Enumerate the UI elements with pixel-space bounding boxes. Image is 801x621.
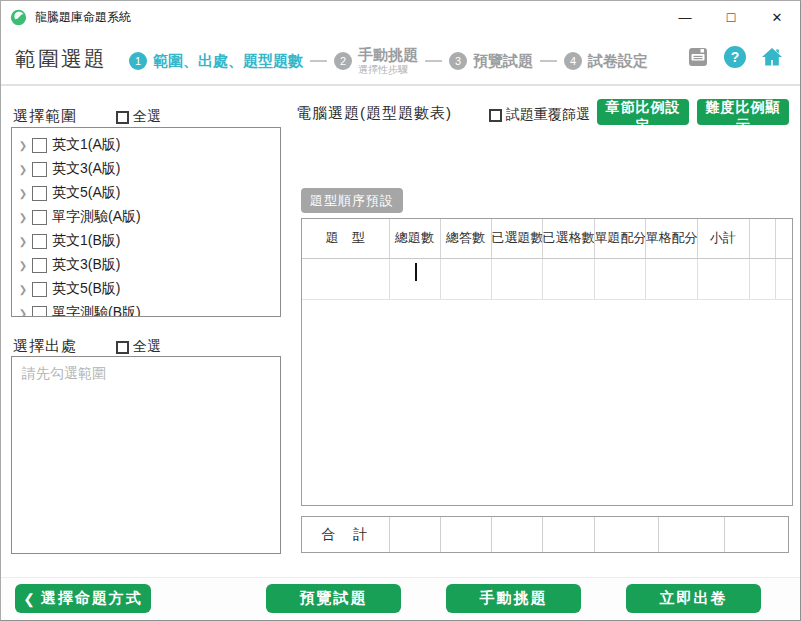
home-icon — [760, 45, 784, 69]
source-select-all-label: 全選 — [133, 338, 161, 356]
chevron-right-icon[interactable]: ❯ — [16, 236, 30, 247]
back-to-mode-button[interactable]: ❮ 選擇命題方式 — [15, 584, 151, 613]
col-header-type: 題 型 — [302, 219, 389, 258]
chapter-ratio-button[interactable]: 章節比例設定 — [597, 99, 689, 125]
chevron-right-icon[interactable]: ❯ — [16, 164, 30, 175]
tree-item-checkbox[interactable] — [32, 162, 47, 177]
range-select-all[interactable]: 全選 — [116, 108, 161, 126]
totals-subtotal — [724, 517, 788, 552]
window-title: 龍騰題庫命題系統 — [35, 9, 131, 26]
tree-item-label[interactable]: 英文1(A版) — [52, 136, 120, 154]
duplicate-filter[interactable]: 試題重覆篩選 — [489, 106, 590, 124]
manual-pick-button[interactable]: 手動挑題 — [446, 584, 581, 613]
cell-selected-blanks[interactable] — [542, 258, 594, 299]
range-section-title: 選擇範圍 — [13, 107, 77, 126]
range-tree[interactable]: ❯ 英文1(A版) ❯ 英文3(A版) ❯ 英文5(A版) ❯ 單字測驗(A版)… — [11, 127, 281, 317]
step-2-manual-pick[interactable]: 2 手動挑題 選擇性步驟 — [334, 47, 418, 76]
maximize-button[interactable]: □ — [708, 1, 754, 33]
tree-item-checkbox[interactable] — [32, 282, 47, 297]
minimize-button[interactable]: — — [662, 1, 708, 33]
back-to-mode-label: 選擇命題方式 — [41, 589, 143, 608]
step-3-number: 3 — [449, 52, 467, 70]
range-select-all-label: 全選 — [133, 108, 161, 126]
step-4-paper-settings[interactable]: 4 試卷設定 — [564, 52, 648, 71]
tree-item-label[interactable]: 英文1(B版) — [52, 232, 120, 250]
col-header-empty — [775, 219, 792, 258]
duplicate-filter-checkbox[interactable] — [489, 109, 502, 122]
tree-item-label[interactable]: 單字測驗(B版) — [52, 304, 141, 317]
chevron-right-icon[interactable]: ❯ — [16, 188, 30, 199]
chevron-right-icon[interactable]: ❯ — [16, 140, 30, 151]
table-header-row: 題 型 總題數 總答數 已選題數 已選格數 單題配分 單格配分 小計 — [302, 219, 792, 258]
step-separator — [425, 60, 442, 62]
tree-item-range[interactable]: ❯ 英文1(A版) — [16, 133, 276, 157]
col-header-total-questions: 總題數 — [389, 219, 440, 258]
help-button[interactable]: ? — [723, 45, 747, 69]
cell-points-per-blank[interactable] — [645, 258, 697, 299]
totals-total-questions — [389, 517, 440, 552]
range-select-all-checkbox[interactable] — [116, 111, 129, 124]
chevron-right-icon[interactable]: ❯ — [16, 284, 30, 295]
source-list[interactable]: 請先勾選範圍 — [11, 356, 281, 554]
col-header-selected-blanks: 已選格數 — [542, 219, 594, 258]
step-1-label: 範圍、出處、題型題數 — [153, 52, 303, 71]
preview-questions-button[interactable]: 預覽試題 — [266, 584, 401, 613]
chevron-right-icon[interactable]: ❯ — [16, 308, 30, 318]
page-title: 範圍選題 — [15, 45, 107, 73]
tree-item-label[interactable]: 英文5(A版) — [52, 184, 120, 202]
help-icon: ? — [724, 46, 746, 68]
source-select-all-checkbox[interactable] — [116, 341, 129, 354]
tree-item-checkbox[interactable] — [32, 234, 47, 249]
step-3-label: 預覽試題 — [473, 52, 533, 71]
close-button[interactable]: ✕ — [754, 1, 800, 33]
step-1-number: 1 — [129, 52, 147, 70]
step-separator — [540, 60, 557, 62]
tree-item-label[interactable]: 英文5(B版) — [52, 280, 120, 298]
tree-item-range[interactable]: ❯ 單字測驗(B版) — [16, 301, 276, 317]
cell-points-per-question[interactable] — [594, 258, 645, 299]
cell-total-answers[interactable] — [440, 258, 491, 299]
col-header-total-answers: 總答數 — [440, 219, 491, 258]
tree-item-label[interactable]: 英文3(B版) — [52, 256, 120, 274]
home-button[interactable] — [760, 45, 784, 69]
tree-item-checkbox[interactable] — [32, 210, 47, 225]
tree-item-range[interactable]: ❯ 單字測驗(A版) — [16, 205, 276, 229]
chevron-right-icon[interactable]: ❯ — [16, 260, 30, 271]
source-select-all[interactable]: 全選 — [116, 338, 161, 356]
step-separator — [310, 60, 327, 62]
tree-item-range[interactable]: ❯ 英文3(B版) — [16, 253, 276, 277]
generate-paper-button[interactable]: 立即出卷 — [626, 584, 761, 613]
tree-item-range[interactable]: ❯ 英文1(B版) — [16, 229, 276, 253]
step-3-preview[interactable]: 3 預覽試題 — [449, 52, 533, 71]
tree-item-checkbox[interactable] — [32, 258, 47, 273]
text-cursor — [415, 263, 417, 281]
tree-item-checkbox[interactable] — [32, 138, 47, 153]
col-header-subtotal: 小計 — [697, 219, 749, 258]
totals-selected-blanks — [542, 517, 594, 552]
page-header: 範圍選題 1 範圍、出處、題型題數 2 手動挑題 選擇性步驟 3 預覽試題 4 — [1, 33, 800, 86]
tree-item-checkbox[interactable] — [32, 186, 47, 201]
cell-type[interactable] — [302, 258, 389, 299]
tree-item-label[interactable]: 單字測驗(A版) — [52, 208, 141, 226]
chevron-right-icon[interactable]: ❯ — [16, 212, 30, 223]
tree-item-range[interactable]: ❯ 英文5(A版) — [16, 181, 276, 205]
tree-item-label[interactable]: 英文3(A版) — [52, 160, 120, 178]
type-order-preset-button[interactable]: 題型順序預設 — [301, 188, 403, 213]
difficulty-ratio-button[interactable]: 難度比例顯示 — [697, 99, 789, 125]
save-button[interactable] — [686, 45, 710, 69]
wizard-stepper: 1 範圍、出處、題型題數 2 手動挑題 選擇性步驟 3 預覽試題 4 試卷設定 — [129, 39, 648, 83]
step-1-range[interactable]: 1 範圍、出處、題型題數 — [129, 52, 303, 71]
cell-empty — [775, 258, 792, 299]
save-icon — [687, 46, 709, 68]
tree-item-range[interactable]: ❯ 英文3(A版) — [16, 157, 276, 181]
question-type-table: 題 型 總題數 總答數 已選題數 已選格數 單題配分 單格配分 小計 — [301, 218, 793, 506]
app-window: 龍騰題庫命題系統 — □ ✕ 範圍選題 1 範圍、出處、題型題數 2 手動挑題 … — [0, 0, 801, 621]
tree-item-range[interactable]: ❯ 英文5(B版) — [16, 277, 276, 301]
cell-selected-questions[interactable] — [491, 258, 542, 299]
app-logo-icon — [10, 9, 27, 26]
computer-selection-title: 電腦選題(題型題數表) — [296, 104, 452, 123]
cell-subtotal[interactable] — [697, 258, 749, 299]
cell-total-questions-input[interactable] — [389, 258, 440, 299]
step-2-label: 手動挑題 — [358, 47, 418, 64]
tree-item-checkbox[interactable] — [32, 306, 47, 318]
